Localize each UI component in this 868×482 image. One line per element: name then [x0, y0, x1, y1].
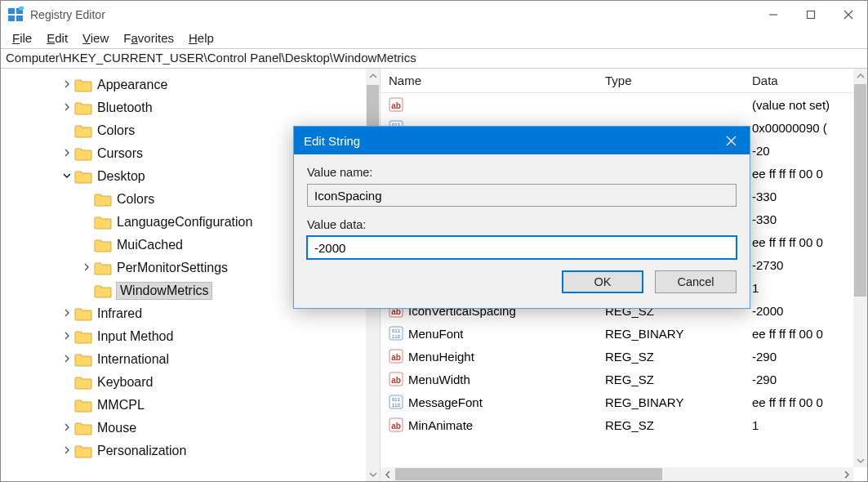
- maximize-button[interactable]: [792, 1, 830, 28]
- cancel-button[interactable]: Cancel: [655, 270, 737, 293]
- folder-icon: [74, 421, 92, 435]
- tree-item-label: LanguageConfiguration: [117, 215, 252, 230]
- col-type[interactable]: Type: [597, 74, 744, 87]
- folder-icon: [94, 215, 112, 230]
- value-data-field[interactable]: [307, 236, 737, 259]
- chevron-right-icon[interactable]: [60, 308, 74, 319]
- tree-item[interactable]: Bluetooth: [1, 96, 380, 119]
- value-data: (value not set): [744, 98, 867, 112]
- value-name: MenuHeight: [408, 350, 474, 364]
- list-vscrollbar[interactable]: [853, 69, 867, 467]
- dialog-close-button[interactable]: [712, 127, 750, 154]
- col-data[interactable]: Data: [744, 74, 867, 87]
- tree-item-label: Keyboard: [97, 375, 154, 390]
- value-data: ee ff ff ff 00 0: [744, 327, 867, 341]
- tree-item[interactable]: Appearance: [1, 74, 380, 96]
- tree-item-label: Mouse: [97, 421, 136, 435]
- col-name[interactable]: Name: [381, 74, 597, 87]
- list-row[interactable]: 011110MenuFontREG_BINARYee ff ff ff 00 0: [381, 322, 867, 345]
- tree-item[interactable]: Keyboard: [1, 371, 380, 394]
- tree-item-label: WindowMetrics: [117, 283, 211, 299]
- folder-icon: [74, 375, 92, 390]
- scroll-right-icon[interactable]: [839, 467, 853, 481]
- menu-edit[interactable]: Edit: [40, 29, 74, 47]
- svg-rect-3: [16, 16, 23, 21]
- menu-file[interactable]: File: [6, 29, 38, 47]
- folder-icon: [74, 123, 92, 138]
- menu-view[interactable]: View: [76, 29, 115, 47]
- address-bar[interactable]: Computer\HKEY_CURRENT_USER\Control Panel…: [1, 48, 867, 69]
- list-row[interactable]: abMenuWidthREG_SZ-290: [381, 368, 867, 391]
- value-data: 0x00000090 (: [744, 121, 867, 135]
- list-row[interactable]: abMenuHeightREG_SZ-290: [381, 345, 867, 368]
- list-row[interactable]: abMinAnimateREG_SZ1: [381, 413, 867, 436]
- value-data: -290: [744, 373, 867, 386]
- scroll-up-icon[interactable]: [853, 69, 867, 83]
- value-type: REG_SZ: [597, 350, 744, 364]
- folder-icon: [94, 238, 112, 252]
- window-title: Registry Editor: [30, 8, 105, 21]
- value-name: MenuFont: [408, 327, 464, 341]
- close-button[interactable]: [830, 1, 867, 28]
- svg-text:011: 011: [392, 397, 401, 402]
- folder-icon: [74, 100, 92, 115]
- chevron-right-icon[interactable]: [60, 79, 74, 91]
- string-value-icon: ab: [389, 417, 403, 432]
- folder-icon: [94, 283, 112, 298]
- value-name: MessageFont: [408, 395, 483, 409]
- scroll-down-icon[interactable]: [366, 467, 380, 481]
- chevron-right-icon[interactable]: [60, 331, 74, 342]
- scroll-up-icon[interactable]: [366, 69, 380, 83]
- ok-button[interactable]: OK: [562, 270, 643, 293]
- chevron-right-icon[interactable]: [60, 148, 74, 159]
- folder-icon: [74, 169, 92, 184]
- list-row[interactable]: 011110MessageFontREG_BINARYee ff ff ff 0…: [381, 391, 867, 413]
- value-data: -2000: [744, 304, 867, 318]
- chevron-right-icon[interactable]: [60, 102, 74, 114]
- folder-icon: [94, 261, 112, 275]
- menu-help[interactable]: Help: [182, 29, 220, 47]
- chevron-right-icon[interactable]: [60, 422, 74, 434]
- value-data: ee ff ff ff 00 0: [744, 395, 867, 409]
- tree-item[interactable]: Personalization: [1, 440, 380, 462]
- folder-icon: [74, 398, 92, 413]
- svg-text:011: 011: [392, 328, 401, 333]
- svg-rect-6: [808, 11, 815, 18]
- list-row[interactable]: ab(value not set): [381, 93, 867, 116]
- edit-string-dialog: Edit String Value name: Value data: OK C…: [293, 126, 750, 309]
- value-data-label: Value data:: [307, 218, 737, 231]
- value-data: ee ff ff ff 00 0: [744, 235, 867, 249]
- tree-item[interactable]: International: [1, 348, 380, 371]
- tree-item-label: Personalization: [97, 444, 186, 458]
- chevron-right-icon[interactable]: [60, 445, 74, 457]
- tree-item-label: Input Method: [97, 329, 173, 344]
- value-data: ee ff ff ff 00 0: [744, 167, 867, 181]
- chevron-right-icon[interactable]: [79, 262, 94, 274]
- minimize-button[interactable]: [754, 1, 792, 28]
- value-name-field[interactable]: [307, 184, 737, 207]
- tree-item-label: Bluetooth: [97, 100, 153, 115]
- scroll-left-icon[interactable]: [381, 467, 394, 481]
- string-value-icon: ab: [389, 372, 403, 386]
- scroll-down-icon[interactable]: [853, 453, 867, 467]
- tree-item[interactable]: Input Method: [1, 325, 380, 348]
- folder-icon: [74, 146, 92, 161]
- menu-favorites[interactable]: Favorites: [117, 29, 180, 47]
- value-type: REG_BINARY: [597, 327, 744, 341]
- chevron-right-icon[interactable]: [60, 354, 74, 365]
- tree-item-label: MuiCached: [117, 238, 183, 252]
- list-header: Name Type Data: [381, 69, 867, 93]
- chevron-down-icon[interactable]: [60, 171, 74, 182]
- menubar: File Edit View Favorites Help: [1, 28, 867, 48]
- value-data: -290: [744, 350, 867, 364]
- binary-value-icon: 011110: [389, 326, 403, 341]
- list-hscrollbar[interactable]: [381, 467, 853, 481]
- dialog-titlebar[interactable]: Edit String: [294, 127, 750, 154]
- regedit-icon: [7, 7, 24, 23]
- svg-text:110: 110: [392, 403, 401, 408]
- tree-item[interactable]: MMCPL: [1, 394, 380, 417]
- dialog-title: Edit String: [304, 134, 360, 148]
- value-data: -330: [744, 190, 867, 203]
- folder-icon: [74, 352, 92, 367]
- tree-item[interactable]: Mouse: [1, 417, 380, 440]
